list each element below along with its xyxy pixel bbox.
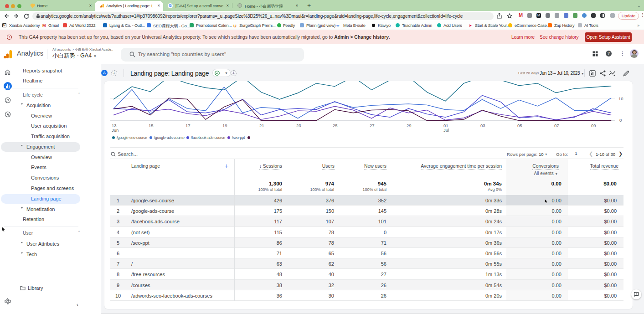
svg-text:0: 0: [619, 118, 622, 123]
svg-text:25: 25: [333, 123, 338, 128]
svg-text:27: 27: [370, 123, 375, 128]
svg-text:Jul: Jul: [443, 128, 449, 132]
svg-text:10: 10: [618, 96, 623, 101]
svg-text:03: 03: [480, 123, 485, 128]
svg-text:23: 23: [296, 123, 301, 128]
svg-text:09: 09: [591, 123, 596, 128]
svg-text:15: 15: [149, 123, 154, 128]
svg-text:21: 21: [259, 123, 264, 128]
svg-text:07: 07: [554, 123, 559, 128]
svg-text:17: 17: [185, 123, 191, 128]
svg-text:29: 29: [407, 123, 412, 128]
svg-text:Jun: Jun: [112, 128, 118, 132]
svg-text:19: 19: [222, 123, 227, 128]
svg-text:05: 05: [517, 123, 522, 128]
